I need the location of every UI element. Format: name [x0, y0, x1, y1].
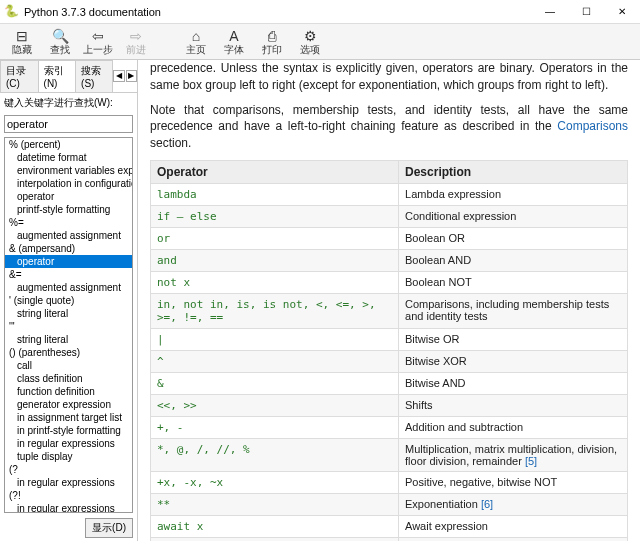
- window-title: Python 3.7.3 documentation: [24, 6, 532, 18]
- precedence-table: OperatorDescription lambdaLambda express…: [150, 160, 628, 541]
- tab-search[interactable]: 搜索(S): [75, 60, 113, 92]
- desc-cell: Lambda expression: [399, 183, 628, 205]
- forward-button: ⇨前进: [118, 25, 154, 59]
- search-label: 键入关键字进行查找(W):: [0, 93, 137, 113]
- index-item[interactable]: (?: [5, 463, 132, 476]
- font-icon: A: [229, 28, 238, 44]
- op-cell: lambda: [151, 183, 399, 205]
- desc-cell: Subscription, slicing, call, attribute r…: [399, 537, 628, 541]
- index-item[interactable]: tuple display: [5, 450, 132, 463]
- desc-cell: Bitwise OR: [399, 328, 628, 350]
- op-cell: in, not in, is, is not, <, <=, >, >=, !=…: [151, 293, 399, 328]
- index-item[interactable]: augmented assignment: [5, 229, 132, 242]
- table-row: not xBoolean NOT: [151, 271, 628, 293]
- hide-icon: ⊟: [16, 28, 28, 44]
- app-icon: 🐍: [4, 4, 20, 20]
- index-item[interactable]: in regular expressions: [5, 502, 132, 513]
- tab-index[interactable]: 索引(N): [38, 60, 77, 92]
- show-button[interactable]: 显示(D): [85, 518, 133, 538]
- desc-cell: Boolean NOT: [399, 271, 628, 293]
- index-item[interactable]: in printf-style formatting: [5, 424, 132, 437]
- table-row: if – elseConditional expression: [151, 205, 628, 227]
- index-item[interactable]: ''': [5, 320, 132, 333]
- footnote-link[interactable]: [6]: [481, 498, 493, 510]
- op-cell: *, @, /, //, %: [151, 438, 399, 471]
- find-button[interactable]: 🔍查找: [42, 25, 78, 59]
- minimize-button[interactable]: —: [532, 0, 568, 24]
- table-row: lambdaLambda expression: [151, 183, 628, 205]
- index-item[interactable]: operator: [5, 255, 132, 268]
- index-item[interactable]: generator expression: [5, 398, 132, 411]
- index-item[interactable]: function definition: [5, 385, 132, 398]
- table-row: *, @, /, //, %Multiplication, matrix mul…: [151, 438, 628, 471]
- index-item[interactable]: string literal: [5, 307, 132, 320]
- intro-p1: precedence. Unless the syntax is explici…: [150, 60, 628, 94]
- index-item[interactable]: datetime format: [5, 151, 132, 164]
- op-cell: x[index], x[index:index], x(arguments...…: [151, 537, 399, 541]
- index-item[interactable]: (?!: [5, 489, 132, 502]
- search-input[interactable]: [4, 115, 133, 133]
- print-icon: ⎙: [268, 28, 276, 44]
- op-cell: +x, -x, ~x: [151, 471, 399, 493]
- op-cell: or: [151, 227, 399, 249]
- content-pane[interactable]: precedence. Unless the syntax is explici…: [138, 60, 640, 541]
- th-description: Description: [399, 160, 628, 183]
- table-row: +, -Addition and subtraction: [151, 416, 628, 438]
- op-cell: and: [151, 249, 399, 271]
- index-item[interactable]: augmented assignment: [5, 281, 132, 294]
- op-cell: &: [151, 372, 399, 394]
- sidebar: 目录(C) 索引(N) 搜索(S) ◀ ▶ 键入关键字进行查找(W): % (p…: [0, 60, 138, 541]
- font-button[interactable]: A字体: [216, 25, 252, 59]
- find-icon: 🔍: [52, 28, 69, 44]
- op-cell: if – else: [151, 205, 399, 227]
- tab-next[interactable]: ▶: [126, 70, 137, 82]
- op-cell: await x: [151, 515, 399, 537]
- tab-contents[interactable]: 目录(C): [0, 60, 39, 92]
- hide-button[interactable]: ⊟隐藏: [4, 25, 40, 59]
- desc-cell: Conditional expression: [399, 205, 628, 227]
- op-cell: **: [151, 493, 399, 515]
- index-item[interactable]: ' (single quote): [5, 294, 132, 307]
- table-row: |Bitwise OR: [151, 328, 628, 350]
- index-item[interactable]: string literal: [5, 333, 132, 346]
- op-cell: ^: [151, 350, 399, 372]
- close-button[interactable]: ✕: [604, 0, 640, 24]
- maximize-button[interactable]: ☐: [568, 0, 604, 24]
- index-results[interactable]: % (percent)datetime formatenvironment va…: [4, 137, 133, 513]
- index-item[interactable]: printf-style formatting: [5, 203, 132, 216]
- index-item[interactable]: environment variables expan: [5, 164, 132, 177]
- window-buttons: — ☐ ✕: [532, 0, 640, 24]
- op-cell: |: [151, 328, 399, 350]
- home-button[interactable]: ⌂主页: [178, 25, 214, 59]
- table-row: orBoolean OR: [151, 227, 628, 249]
- back-button[interactable]: ⇦上一步: [80, 25, 116, 59]
- print-button[interactable]: ⎙打印: [254, 25, 290, 59]
- options-icon: ⚙: [304, 28, 317, 44]
- table-row: x[index], x[index:index], x(arguments...…: [151, 537, 628, 541]
- table-row: <<, >>Shifts: [151, 394, 628, 416]
- index-item[interactable]: in assignment target list: [5, 411, 132, 424]
- table-row: ^Bitwise XOR: [151, 350, 628, 372]
- options-button[interactable]: ⚙选项: [292, 25, 328, 59]
- index-item[interactable]: &=: [5, 268, 132, 281]
- th-operator: Operator: [151, 160, 399, 183]
- index-item[interactable]: %=: [5, 216, 132, 229]
- index-item[interactable]: interpolation in configuration: [5, 177, 132, 190]
- comparisons-link[interactable]: Comparisons: [557, 119, 628, 133]
- index-item[interactable]: () (parentheses): [5, 346, 132, 359]
- desc-cell: Positive, negative, bitwise NOT: [399, 471, 628, 493]
- index-item[interactable]: call: [5, 359, 132, 372]
- desc-cell: Multiplication, matrix multiplication, d…: [399, 438, 628, 471]
- index-item[interactable]: % (percent): [5, 138, 132, 151]
- index-item[interactable]: & (ampersand): [5, 242, 132, 255]
- op-cell: not x: [151, 271, 399, 293]
- index-item[interactable]: in regular expressions: [5, 476, 132, 489]
- index-item[interactable]: class definition: [5, 372, 132, 385]
- sidebar-tabs: 目录(C) 索引(N) 搜索(S) ◀ ▶: [0, 60, 137, 93]
- index-item[interactable]: in regular expressions: [5, 437, 132, 450]
- tab-prev[interactable]: ◀: [113, 70, 124, 82]
- footnote-link[interactable]: [5]: [525, 455, 537, 467]
- table-row: **Exponentiation [6]: [151, 493, 628, 515]
- table-row: &Bitwise AND: [151, 372, 628, 394]
- index-item[interactable]: operator: [5, 190, 132, 203]
